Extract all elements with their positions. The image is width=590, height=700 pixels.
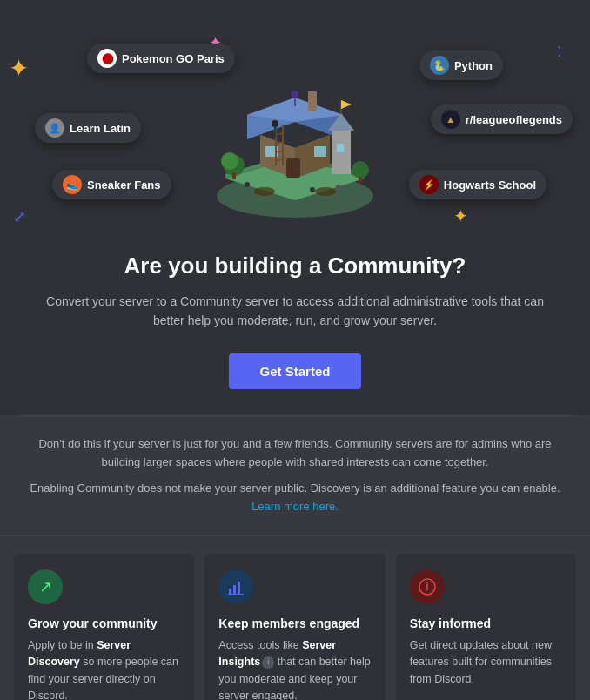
informed-title: Stay informed — [410, 616, 562, 630]
badge-latin-label: Learn Latin — [70, 122, 131, 135]
grow-title: Grow your community — [28, 616, 180, 630]
svg-line-21 — [276, 133, 283, 135]
badge-hogwarts: ⚡ Hogwarts School — [409, 170, 546, 199]
badge-legends: ▲ r/leagueoflegends — [431, 104, 573, 134]
svg-rect-31 — [359, 177, 362, 182]
badge-legends-label: r/leagueoflegends — [466, 113, 562, 126]
discovery-text-content: Enabling Community does not make your se… — [30, 481, 560, 495]
star-large-icon: ✦ — [9, 54, 29, 83]
svg-point-25 — [272, 120, 278, 127]
informed-desc: Get direct updates about new features bu… — [410, 637, 562, 688]
legends-icon: ▲ — [441, 110, 460, 129]
badge-python-label: Python — [454, 59, 493, 72]
hero-illustration: ✦ ✦ ✦ ⁚ ⤢ ⬤ Pokemon GO Paris 🐍 Python 👤 … — [0, 17, 590, 244]
info-icon: i — [262, 656, 274, 669]
svg-point-34 — [310, 187, 315, 192]
svg-text:i: i — [426, 581, 428, 593]
hero-subtitle: Convert your server to a Community serve… — [43, 292, 547, 331]
svg-rect-42 — [228, 594, 244, 595]
badge-pokemon: ⬤ Pokemon GO Paris — [87, 44, 235, 73]
card-engage: Keep members engaged Access tools like S… — [204, 554, 385, 700]
star-small-icon: ✦ — [453, 205, 468, 226]
svg-point-37 — [292, 91, 298, 98]
hero-text-block: Are you building a Community? Convert yo… — [8, 252, 582, 389]
engage-icon — [218, 569, 253, 604]
engage-title: Keep members engaged — [218, 616, 371, 630]
feature-cards-section: ↗ Grow your community Apply to be in Ser… — [0, 536, 590, 700]
svg-rect-16 — [337, 144, 344, 152]
badge-python: 🐍 Python — [419, 50, 503, 80]
badge-sneaker: 👟 Sneaker Fans — [52, 170, 171, 199]
discovery-text: Enabling Community does not make your se… — [24, 480, 566, 516]
grow-desc: Apply to be in Server Discovery so more … — [28, 637, 180, 700]
learn-more-link[interactable]: Learn more here. — [251, 500, 339, 513]
server-insights-bold: Server Insights — [218, 639, 336, 668]
server-discovery-bold: Server Discovery — [28, 639, 131, 668]
expand-icon: ⤢ — [13, 207, 26, 226]
warning-text: Don't do this if your server is just for… — [24, 435, 566, 472]
hero-section: ✦ ✦ ✦ ⁚ ⤢ ⬤ Pokemon GO Paris 🐍 Python 👤 … — [0, 0, 590, 415]
svg-point-28 — [221, 152, 238, 170]
dots-icon: ⁚ — [557, 44, 564, 60]
svg-point-36 — [315, 187, 336, 196]
svg-rect-13 — [314, 146, 326, 157]
svg-rect-29 — [232, 172, 236, 179]
info-section: Don't do this if your server is just for… — [0, 416, 590, 536]
latin-icon: 👤 — [45, 118, 64, 138]
svg-rect-41 — [238, 582, 240, 594]
svg-point-30 — [352, 161, 369, 178]
get-started-button[interactable]: Get Started — [229, 353, 362, 389]
svg-point-32 — [245, 182, 250, 187]
svg-rect-10 — [308, 91, 317, 111]
badge-latin: 👤 Learn Latin — [35, 113, 141, 143]
pokemon-icon: ⬤ — [97, 49, 117, 68]
badge-hogwarts-label: Hogwarts School — [444, 178, 536, 192]
svg-point-35 — [254, 187, 275, 196]
python-icon: 🐍 — [430, 56, 449, 75]
svg-marker-18 — [341, 100, 352, 109]
sneaker-icon: 👟 — [63, 175, 82, 194]
grow-icon: ↗ — [28, 569, 63, 604]
hogwarts-icon: ⚡ — [419, 175, 439, 194]
informed-icon: i — [410, 569, 445, 604]
badge-sneaker-label: Sneaker Fans — [87, 178, 161, 192]
badge-pokemon-label: Pokemon GO Paris — [122, 52, 225, 65]
card-informed: i Stay informed Get direct updates about… — [396, 554, 576, 700]
engage-desc: Access tools like Server Insightsi that … — [218, 637, 371, 700]
svg-rect-39 — [229, 589, 231, 594]
svg-rect-40 — [233, 585, 236, 594]
card-grow: ↗ Grow your community Apply to be in Ser… — [14, 554, 194, 700]
hero-title: Are you building a Community? — [43, 252, 547, 279]
svg-rect-11 — [286, 158, 300, 178]
svg-point-33 — [336, 185, 341, 190]
